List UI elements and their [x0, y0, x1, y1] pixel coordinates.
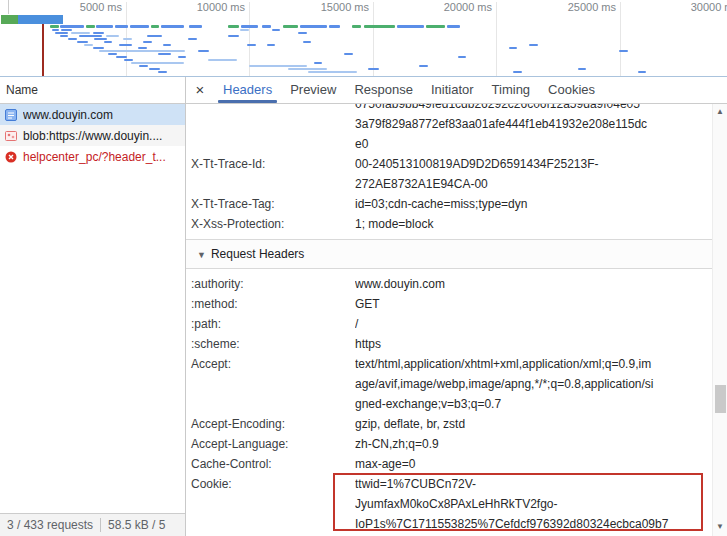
ruler-edge-divider — [8, 0, 9, 14]
waterfall-bar — [228, 35, 239, 37]
name-column-header[interactable]: Name — [0, 77, 185, 104]
header-row: :scheme:https — [191, 334, 712, 354]
header-value: 1; mode=block — [355, 214, 707, 234]
header-key: :path: — [191, 314, 355, 334]
tab-cookies[interactable]: Cookies — [539, 77, 604, 103]
waterfall-bar — [96, 25, 113, 28]
timeline-ruler-label: 20000 ms — [444, 1, 492, 13]
waterfall-bar — [143, 41, 152, 43]
timeline-ruler-label: 5000 ms — [80, 1, 122, 13]
header-row: 0750fab9bb49fed1cdb26292c26c06f12a59da9f… — [191, 104, 712, 154]
tab-preview[interactable]: Preview — [281, 77, 345, 103]
request-row[interactable]: blob:https://www.douyin.... — [0, 125, 185, 146]
tab-timing[interactable]: Timing — [483, 77, 540, 103]
waterfall-bar — [106, 35, 119, 37]
request-row[interactable]: helpcenter_pc/?header_t... — [0, 146, 185, 167]
waterfall-bar — [228, 25, 239, 28]
timeline-gridline — [620, 2, 621, 76]
devtools-network-panel: 5000 ms10000 ms15000 ms20000 ms25000 ms3… — [0, 0, 727, 536]
timeline-ruler-label: 15000 ms — [321, 1, 369, 13]
error-icon — [4, 150, 18, 164]
header-key: X-Xss-Protection: — [191, 214, 355, 234]
waterfall-bar — [108, 53, 117, 55]
waterfall-bar — [60, 35, 68, 37]
headers-content: 0750fab9bb49fed1cdb26292c26c06f12a59da9f… — [186, 104, 712, 536]
waterfall-bar — [283, 25, 298, 28]
close-detail-button[interactable]: × — [186, 77, 214, 103]
request-list: www.douyin.comblob:https://www.douyin...… — [0, 104, 185, 167]
transfer-size: 58.5 kB / 5 — [101, 518, 172, 532]
header-value: GET — [355, 294, 707, 314]
scrollbar-thumb[interactable] — [715, 385, 726, 413]
waterfall-bar — [578, 68, 586, 70]
waterfall-bar — [55, 32, 68, 34]
header-value: https — [355, 334, 707, 354]
header-value: zh-CN,zh;q=0.9 — [355, 434, 707, 454]
network-overview[interactable]: 5000 ms10000 ms15000 ms20000 ms25000 ms3… — [0, 0, 727, 77]
waterfall-bar — [130, 25, 149, 28]
timeline-ruler-label: 25000 ms — [568, 1, 616, 13]
detail-tabs: × HeadersPreviewResponseInitiatorTimingC… — [186, 77, 727, 104]
header-key: Accept: — [191, 354, 355, 414]
header-row: X-Tt-Trace-Tag:id=03;cdn-cache=miss;type… — [191, 194, 712, 214]
header-value: www.douyin.com — [355, 274, 707, 294]
waterfall-bar — [52, 29, 59, 31]
waterfall-bar — [86, 25, 95, 28]
tab-initiator[interactable]: Initiator — [422, 77, 483, 103]
waterfall-bar — [138, 47, 147, 49]
waterfall-bar — [94, 38, 107, 40]
waterfall-bar — [426, 25, 445, 28]
waterfall-bar — [247, 44, 256, 46]
waterfall-bar — [158, 71, 167, 73]
close-icon: × — [196, 81, 205, 98]
request-name: blob:https://www.douyin.... — [23, 129, 162, 143]
waterfall-bar — [298, 32, 307, 34]
vertical-scrollbar[interactable]: ▲ ▼ — [712, 104, 727, 536]
waterfall-bar — [119, 44, 132, 46]
timeline-gridline — [496, 2, 497, 76]
header-row: Accept-Language:zh-CN,zh;q=0.9 — [191, 434, 712, 454]
waterfall-bar — [61, 29, 72, 31]
scroll-up-icon[interactable]: ▲ — [713, 104, 727, 119]
waterfall-bar — [458, 56, 466, 58]
request-row[interactable]: www.douyin.com — [0, 104, 185, 125]
waterfall-bar — [262, 25, 271, 28]
tab-response[interactable]: Response — [345, 77, 422, 103]
waterfall-bar — [147, 35, 162, 37]
header-key: Accept-Language: — [191, 434, 355, 454]
waterfall-bar — [158, 53, 171, 55]
header-value: 0750fab9bb49fed1cdb26292c26c06f12a59da9f… — [355, 104, 707, 154]
waterfall-bar — [364, 25, 395, 28]
timeline-gridline — [373, 2, 374, 76]
media-icon — [4, 129, 18, 143]
header-row: Cookie:ttwid=1%7CUBCn72V-JyumfaxM0koCx8P… — [191, 474, 712, 534]
request-name: helpcenter_pc/?header_t... — [23, 150, 166, 164]
waterfall-bar — [68, 38, 77, 40]
overview-progress-green — [1, 15, 18, 24]
waterfall-bar — [84, 44, 93, 46]
waterfall-bar — [368, 68, 379, 70]
waterfall-bar — [131, 62, 184, 64]
tab-headers[interactable]: Headers — [214, 77, 281, 103]
waterfall-bar — [344, 53, 353, 55]
document-icon — [4, 108, 18, 122]
waterfall-bar — [99, 50, 185, 52]
request-headers-section-toggle[interactable]: ▼Request Headers — [186, 239, 712, 269]
waterfall-bar — [115, 25, 128, 28]
waterfall-bar — [397, 25, 424, 28]
waterfall-bar — [189, 25, 202, 28]
waterfall-bar — [163, 44, 171, 46]
waterfall-bar — [178, 56, 186, 58]
header-value: max-age=0 — [355, 454, 707, 474]
header-key: :authority: — [191, 274, 355, 294]
waterfall-bar — [272, 29, 280, 31]
header-key: X-Tt-Trace-Id: — [191, 154, 355, 194]
waterfall-bar — [151, 25, 159, 28]
waterfall-bar — [513, 71, 522, 73]
waterfall-bar — [139, 65, 148, 67]
header-row: Accept-Encoding:gzip, deflate, br, zstd — [191, 414, 712, 434]
scroll-down-icon[interactable]: ▼ — [713, 519, 727, 534]
header-key: Accept-Encoding: — [191, 414, 355, 434]
waterfall-bar — [198, 50, 209, 52]
waterfall-bar — [104, 41, 112, 43]
